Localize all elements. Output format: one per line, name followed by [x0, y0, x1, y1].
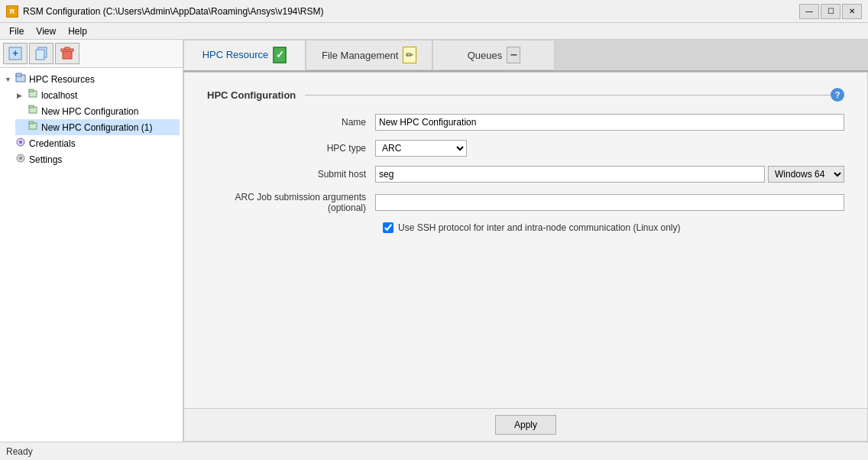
main-layout: + ▼ [0, 40, 868, 442]
svg-rect-4 [63, 50, 72, 59]
svg-rect-3 [36, 50, 44, 60]
file-management-tab-icon: ✏ [403, 48, 416, 62]
file-management-tab-label: File Management [322, 50, 398, 61]
sidebar-item-new-hpc-config-1[interactable]: New HPC Configuration (1) [15, 119, 180, 135]
name-row: Name [207, 114, 844, 131]
submit-host-os-select[interactable]: Windows 64 Linux 64 [768, 166, 844, 183]
sidebar-item-hpc-resources[interactable]: ▼ HPC Resources [3, 71, 180, 87]
name-control [375, 114, 844, 131]
arc-args-row: ARC Job submission arguments (optional) [207, 192, 844, 213]
arc-args-input[interactable] [375, 194, 844, 211]
sidebar-item-localhost[interactable]: ▶ localhost [15, 87, 180, 103]
menu-file[interactable]: File [3, 24, 30, 38]
status-bar: Ready [0, 442, 868, 460]
hpc-type-row: HPC type ARC LSF PBS SGE Slurm [207, 140, 844, 157]
minimize-button[interactable]: — [799, 4, 819, 19]
section-title: HPC Configuration [207, 89, 296, 101]
tab-queues[interactable]: Queues − [432, 40, 555, 70]
settings-label: Settings [29, 154, 62, 165]
delete-button[interactable] [55, 43, 79, 64]
check-icon: ✓ [273, 47, 287, 63]
name-input[interactable] [375, 114, 844, 131]
hpc-type-control: ARC LSF PBS SGE Slurm [375, 140, 844, 157]
svg-text:+: + [12, 47, 18, 59]
add-button[interactable]: + [3, 43, 28, 64]
close-button[interactable]: ✕ [842, 4, 862, 19]
copy-button[interactable] [29, 43, 53, 64]
title-bar: R RSM Configuration (C:\Users\Admin\AppD… [0, 0, 868, 23]
submit-host-control: Windows 64 Linux 64 [375, 166, 844, 183]
minus-icon: − [507, 47, 520, 63]
svg-point-16 [19, 141, 22, 144]
hpc-resource-tab-icon: ✓ [273, 48, 287, 62]
queues-tab-label: Queues [468, 50, 503, 61]
svg-rect-10 [29, 89, 34, 92]
svg-point-18 [19, 157, 22, 160]
menu-bar: File View Help [0, 23, 868, 40]
tab-bar: HPC Resource ✓ File Management ✏ Queues … [183, 40, 868, 72]
hpc-resources-label: HPC Resources [29, 74, 95, 85]
svg-rect-8 [16, 73, 21, 76]
section-header: HPC Configuration ? [207, 88, 844, 102]
window-controls: — ☐ ✕ [799, 4, 862, 19]
app-icon: R [6, 5, 18, 18]
ssh-checkbox-label: Use SSH protocol for inter and intra-nod… [398, 222, 681, 233]
content-area: HPC Resource ✓ File Management ✏ Queues … [183, 40, 868, 442]
svg-rect-12 [29, 105, 34, 108]
section-divider [305, 95, 831, 96]
sidebar: + ▼ [0, 40, 183, 442]
sidebar-tree: ▼ HPC Resources ▶ [0, 68, 183, 442]
submit-host-input[interactable] [375, 166, 765, 183]
apply-button[interactable]: Apply [495, 415, 556, 435]
submit-host-row: Submit host Windows 64 Linux 64 [207, 166, 844, 183]
sidebar-item-new-hpc-config[interactable]: New HPC Configuration [15, 103, 180, 119]
title-text: RSM Configuration (C:\Users\Admin\AppDat… [23, 6, 799, 17]
edit-icon: ✏ [403, 47, 416, 63]
sidebar-item-credentials[interactable]: Credentials [3, 135, 180, 151]
hpc-type-label: HPC type [207, 143, 375, 154]
submit-host-label: Submit host [207, 169, 375, 180]
status-text: Ready [6, 446, 33, 457]
bottom-bar: Apply [184, 408, 867, 441]
arc-args-control [375, 194, 844, 211]
svg-rect-6 [65, 47, 70, 50]
sidebar-item-settings[interactable]: Settings [3, 151, 180, 167]
arc-args-label: ARC Job submission arguments (optional) [207, 192, 375, 213]
name-label: Name [207, 117, 375, 128]
svg-rect-14 [29, 121, 34, 124]
tab-file-management[interactable]: File Management ✏ [306, 40, 432, 70]
new-hpc-config-label: New HPC Configuration [41, 106, 138, 117]
help-icon[interactable]: ? [831, 88, 844, 102]
hpc-resource-tab-label: HPC Resource [202, 49, 269, 60]
ssh-checkbox-row: Use SSH protocol for inter and intra-nod… [207, 222, 844, 233]
queues-tab-icon: − [507, 48, 520, 62]
new-hpc-config-1-label: New HPC Configuration (1) [41, 122, 152, 133]
menu-help[interactable]: Help [62, 24, 93, 38]
form-panel: HPC Configuration ? Name HPC type [183, 72, 868, 442]
menu-view[interactable]: View [30, 24, 62, 38]
sidebar-toolbar: + [0, 40, 183, 68]
credentials-label: Credentials [29, 138, 76, 149]
tab-hpc-resource[interactable]: HPC Resource ✓ [183, 40, 306, 70]
localhost-label: localhost [41, 90, 77, 101]
ssh-checkbox[interactable] [383, 222, 394, 233]
hpc-type-select[interactable]: ARC LSF PBS SGE Slurm [375, 140, 467, 157]
form-content: HPC Configuration ? Name HPC type [184, 73, 867, 408]
maximize-button[interactable]: ☐ [821, 4, 840, 19]
